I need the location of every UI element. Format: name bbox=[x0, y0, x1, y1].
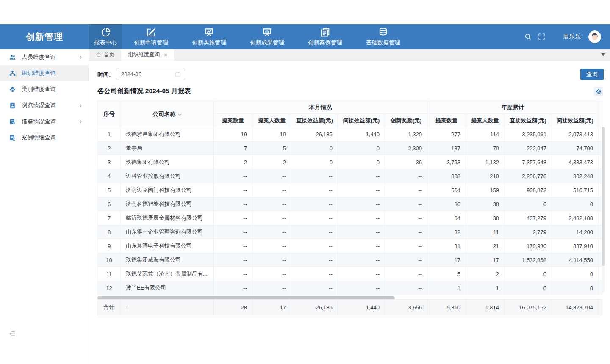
table-row[interactable]: 6 济南科德智能科技有限公司 -- -- -- -- -- 80 38 0 0 bbox=[98, 197, 602, 211]
cell-index: 7 bbox=[98, 211, 121, 225]
table-settings-button[interactable] bbox=[594, 87, 603, 96]
cell-value: -- bbox=[291, 169, 338, 183]
tab-overflow[interactable] bbox=[599, 49, 607, 61]
group-header-year: 年度累计 bbox=[427, 101, 599, 114]
total-value: 28 bbox=[214, 300, 252, 315]
cell-value: -- bbox=[338, 183, 385, 197]
sidebar-item[interactable]: 组织维度查询 › bbox=[0, 65, 89, 81]
cell-value: -- bbox=[252, 169, 291, 183]
sub-header: 提案人数量 bbox=[466, 114, 505, 127]
cell-value: -- bbox=[214, 183, 252, 197]
table-row[interactable]: 7 临沂玖德庚辰金属材料有限公司 -- -- -- -- -- 64 38 43… bbox=[98, 211, 602, 225]
cell-value: 74,700 bbox=[552, 141, 599, 155]
table-row[interactable]: 12 波兰EE有限公司 -- -- -- -- -- 1 1 0 0 bbox=[98, 281, 602, 295]
sidebar-item[interactable]: 浏览情况查询 › bbox=[0, 97, 89, 113]
nav-label: 创新案例管理 bbox=[308, 39, 342, 47]
table-row[interactable]: 8 山东得一企业管理咨询有限公司 -- -- -- -- -- 32 11 2,… bbox=[98, 225, 602, 239]
cell-value: 36 bbox=[385, 155, 427, 169]
topbar-nav-item[interactable]: 创新案例管理 bbox=[296, 24, 354, 49]
time-label: 时间: bbox=[97, 71, 111, 79]
report-table: 序号 公司名称 本月情况 年度累计 提案数量 提案人数量 直接效益额(元) 间接… bbox=[97, 101, 602, 295]
cell-value: -- bbox=[291, 197, 338, 211]
cell-value: -- bbox=[338, 253, 385, 267]
cell-value: -- bbox=[291, 253, 338, 267]
chevron-right-icon: › bbox=[80, 102, 82, 109]
topbar: 创新管理 报表中心 创新申请管理 创新实施管理 创新成果管理 bbox=[0, 24, 610, 49]
cell-value: 14,200 bbox=[552, 225, 599, 239]
sidebar-item[interactable]: 案例明细查询 › bbox=[0, 130, 89, 146]
cell-value: -- bbox=[338, 169, 385, 183]
col-header-index: 序号 bbox=[98, 101, 121, 127]
close-icon[interactable]: × bbox=[164, 52, 167, 58]
tab[interactable]: 组织维度查询 × bbox=[121, 49, 174, 61]
topbar-nav-item[interactable]: 创新成果管理 bbox=[238, 24, 296, 49]
sidebar-item[interactable]: 人员维度查询 › bbox=[0, 49, 89, 65]
cell-value: 3,235,061 bbox=[505, 127, 552, 141]
cell-value: 1,532,858 bbox=[505, 253, 552, 267]
cell-value: 0 bbox=[505, 197, 552, 211]
cell-value: 0 bbox=[552, 197, 599, 211]
topbar-nav-item[interactable]: 创新实施管理 bbox=[180, 24, 238, 49]
time-picker-input[interactable]: 2024-05 bbox=[116, 69, 185, 80]
cell-value: 837,910 bbox=[552, 239, 599, 253]
cell-company: 山东晨晖电子科技有限公司 bbox=[121, 239, 214, 253]
cell-value: -- bbox=[385, 281, 427, 295]
fullscreen-icon[interactable] bbox=[538, 33, 545, 40]
topbar-nav-item[interactable]: 基础数据管理 bbox=[354, 24, 412, 49]
cell-value: 1,320 bbox=[385, 127, 427, 141]
cell-value: -- bbox=[385, 169, 427, 183]
cell-value: -- bbox=[385, 211, 427, 225]
avatar[interactable] bbox=[588, 30, 601, 43]
search-icon[interactable] bbox=[524, 33, 532, 40]
cell-value: -- bbox=[291, 281, 338, 295]
cell-value: 38 bbox=[466, 211, 505, 225]
topbar-nav-item[interactable]: 创新申请管理 bbox=[122, 24, 180, 49]
report-title: 各公司创新情况 2024-05 月报表 bbox=[97, 87, 191, 94]
table-row[interactable]: 1 玖德雅昌集团有限公司 19 10 26,185 1,440 1,320 27… bbox=[98, 127, 602, 141]
table-row[interactable]: 11 玖德艾瓦兹（济南）金属制品有... -- -- -- -- -- 5 2 … bbox=[98, 267, 602, 281]
chevron-right-icon: › bbox=[80, 54, 82, 61]
cell-company: 济南科德智能科技有限公司 bbox=[121, 197, 214, 211]
cell-value: 32 bbox=[427, 225, 466, 239]
cell-value: -- bbox=[214, 253, 252, 267]
cell-value: -- bbox=[214, 225, 252, 239]
table-row[interactable]: 9 山东晨晖电子科技有限公司 -- -- -- -- -- 31 21 170,… bbox=[98, 239, 602, 253]
calendar-icon bbox=[175, 72, 181, 77]
cell-value: -- bbox=[252, 183, 291, 197]
cell-value: -- bbox=[214, 239, 252, 253]
file-user-icon bbox=[9, 134, 16, 141]
cell-value: -- bbox=[291, 267, 338, 281]
tab-label: 首页 bbox=[104, 51, 114, 58]
cell-value: 908,872 bbox=[505, 183, 552, 197]
query-button[interactable]: 查询 bbox=[580, 69, 604, 80]
vertical-scrollbar[interactable] bbox=[602, 127, 605, 293]
total-value: 16,075,152 bbox=[505, 300, 552, 315]
cell-value: 11 bbox=[466, 225, 505, 239]
cell-value: 222,947 bbox=[505, 141, 552, 155]
cell-value: 137 bbox=[427, 141, 466, 155]
sidebar-item[interactable]: 借鉴情况查询 › bbox=[0, 113, 89, 130]
tab[interactable]: 首页 × bbox=[89, 49, 121, 61]
cell-value: -- bbox=[385, 239, 427, 253]
sidebar-collapse-button[interactable] bbox=[8, 330, 16, 337]
table-row[interactable]: 5 济南迈克阀门科技有限公司 -- -- -- -- -- 564 159 90… bbox=[98, 183, 602, 197]
cell-value: -- bbox=[338, 225, 385, 239]
cell-value: -- bbox=[214, 281, 252, 295]
table-row[interactable]: 10 玖德集团威海有限公司 -- -- -- -- -- 17 17 1,532… bbox=[98, 253, 602, 267]
cell-value: 5 bbox=[252, 141, 291, 155]
topbar-nav-item[interactable]: 报表中心 bbox=[89, 24, 122, 49]
cell-value: 277 bbox=[427, 127, 466, 141]
cell-value: 564 bbox=[427, 183, 466, 197]
cell-sliver bbox=[599, 300, 602, 315]
edit-icon bbox=[146, 27, 156, 38]
sidebar-item[interactable]: 类别维度查询 › bbox=[0, 81, 89, 97]
vertical-scrollbar-thumb[interactable] bbox=[602, 127, 605, 266]
col-header-company[interactable]: 公司名称 bbox=[121, 101, 214, 127]
table-row[interactable]: 3 玖德集团有限公司 2 2 0 0 36 3,793 1,132 7,357,… bbox=[98, 155, 602, 169]
table-row[interactable]: 4 迈科管业控股有限公司 -- -- -- -- -- 808 210 2,20… bbox=[98, 169, 602, 183]
cell-value: 808 bbox=[427, 169, 466, 183]
cell-value: 0 bbox=[291, 141, 338, 155]
cell-value: -- bbox=[291, 225, 338, 239]
cell-value: 0 bbox=[505, 281, 552, 295]
table-row[interactable]: 2 董事局 7 5 0 0 2,300 137 70 222,947 74,70… bbox=[98, 141, 602, 155]
